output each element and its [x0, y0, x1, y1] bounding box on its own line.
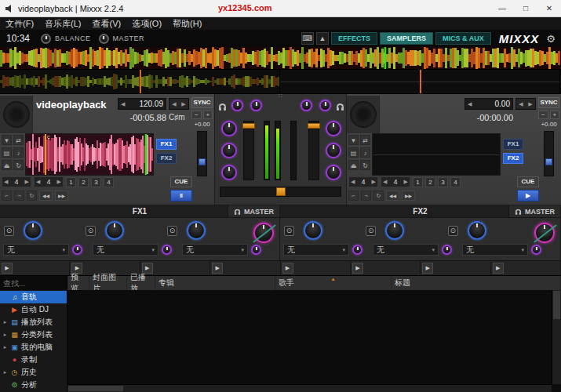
deck1-volume-handle[interactable]	[242, 123, 255, 129]
loop-halve-icon[interactable]: ◀	[4, 179, 8, 185]
expand-arrow-icon[interactable]: ▸	[2, 369, 8, 376]
reloop-button[interactable]: ↻	[373, 191, 384, 201]
sidebar-item-tracks[interactable]: ♫音轨	[0, 291, 67, 303]
deck1-cue-button[interactable]: CUE	[170, 176, 192, 187]
deck2-rate-up-button[interactable]: +	[550, 111, 560, 119]
beatjump-fwd-icon[interactable]: ▶	[57, 179, 61, 185]
deck2-seek-fwd-button[interactable]: ▶▶	[402, 191, 415, 201]
beatjump-fwd-icon[interactable]: ▶	[404, 179, 408, 185]
deck1-play-button[interactable]: ‖	[170, 190, 192, 201]
deck2-scrolling-waveform[interactable]	[280, 70, 560, 93]
deck1-rate-up-button[interactable]: +	[203, 111, 213, 119]
beatjump-back-icon[interactable]: ◀	[36, 179, 40, 185]
column-preview[interactable]: 预览	[67, 276, 89, 290]
fx1-slot2-power-button[interactable]: ⊙	[86, 226, 96, 236]
deck2-hotcue-4[interactable]: 4	[450, 177, 461, 187]
deck1-pitch-handle[interactable]	[199, 158, 206, 165]
fx1-slot3-effect-select[interactable]: 无 ▾	[182, 244, 248, 256]
deck2-hotcue-1[interactable]: 1	[413, 177, 423, 187]
menu-options[interactable]: 选项(O)	[126, 18, 167, 30]
deck1-spinny[interactable]	[3, 101, 30, 128]
eject-icon[interactable]: ⏏	[2, 160, 12, 170]
fx1-slot1-meta-knob[interactable]	[24, 221, 42, 240]
fx2-slot1-effect-select[interactable]: 无 ▾	[283, 244, 349, 256]
menu-library[interactable]: 音乐库(L)	[39, 18, 86, 30]
keylock-icon[interactable]: ♪	[360, 147, 370, 158]
column-cover[interactable]: 封面图片	[89, 276, 127, 290]
sampler5-play-button[interactable]: ▶	[282, 263, 293, 274]
column-title[interactable]: 标题	[392, 276, 561, 290]
fx2-slot3-effect-select[interactable]: 无 ▾	[462, 244, 528, 256]
sidebar-item-playlists[interactable]: ▸▤播放列表	[0, 316, 67, 328]
loop-halve-icon[interactable]: ◀	[351, 179, 355, 185]
beatjump-back-icon[interactable]: ◀	[383, 179, 387, 185]
loop-in-button[interactable]: ⌐	[2, 191, 12, 201]
deck1-bpm-display[interactable]: ◀ 120.09	[118, 98, 166, 110]
fx1-slot3-meta-knob[interactable]	[187, 221, 206, 240]
waveform-view-icon[interactable]: ▲	[316, 32, 329, 45]
sidebar-item-crates[interactable]: ▸▦分类列表	[0, 328, 67, 341]
deck2-rate-down-button[interactable]: −	[538, 111, 548, 119]
crossfader-handle[interactable]	[276, 187, 286, 196]
deck2-eq-high-knob[interactable]	[326, 121, 341, 136]
deck1-sync-button[interactable]: SYNC	[191, 97, 213, 108]
deck2-pitch-handle[interactable]	[545, 158, 552, 165]
sampler8-play-button[interactable]: ▶	[493, 263, 504, 274]
deck2-beatloop-size[interactable]: ◀ 4 ▶	[348, 176, 378, 187]
sidebar-item-analyze[interactable]: ⚙分析	[0, 379, 67, 391]
deck1-seek-back-button[interactable]: ◀◀	[39, 191, 53, 201]
deck2-fx2-assign-button[interactable]: FX2	[503, 153, 523, 164]
fx2-slot3-meta-knob[interactable]	[468, 221, 486, 240]
fx2-slot1-meta-knob[interactable]	[304, 221, 322, 240]
deck2-seek-back-button[interactable]: ◀◀	[386, 191, 399, 201]
sidebar-item-recordings[interactable]: ●录制	[0, 354, 67, 366]
deck2-hotcue-3[interactable]: 3	[438, 177, 448, 187]
overview-waveform-container[interactable]	[0, 47, 561, 70]
beatgrid-icon[interactable]: ▤	[348, 147, 359, 158]
horizontal-scrollbar[interactable]	[67, 384, 552, 392]
deck2-hotcue-2[interactable]: 2	[425, 177, 435, 187]
search-box[interactable]	[0, 276, 67, 290]
deck1-pfl-headphone-icon[interactable]	[219, 103, 226, 109]
mics-aux-toggle-button[interactable]: MICS & AUX	[435, 32, 491, 45]
keyboard-icon[interactable]: ⌨	[301, 32, 314, 45]
menu-view[interactable]: 查看(V)	[87, 18, 127, 30]
deck1-bpm-adjust[interactable]: ◀ ▶	[169, 98, 189, 110]
loop-double-icon[interactable]: ▶	[372, 179, 376, 185]
fx1-slot3-power-button[interactable]: ⊙	[167, 226, 177, 236]
deck2-beatjump-size[interactable]: ◀ 4 ▶	[381, 176, 410, 187]
repeat-icon[interactable]: ⇄	[360, 135, 370, 145]
deck2-volume-handle[interactable]	[308, 123, 320, 129]
expand-arrow-icon[interactable]: ▸	[2, 319, 8, 325]
sampler7-play-button[interactable]: ▶	[422, 263, 433, 274]
deck1-hotcue-1[interactable]: 1	[66, 177, 76, 187]
deck2-fx1-assign-button[interactable]: FX1	[503, 139, 523, 150]
sampler6-play-button[interactable]: ▶	[352, 263, 363, 274]
deck1-beatloop-size[interactable]: ◀ 4 ▶	[2, 176, 31, 187]
deck2-volume-fader[interactable]	[308, 121, 319, 180]
deck2-eq-low-knob[interactable]	[326, 165, 341, 180]
fx1-slot1-param-knob[interactable]	[72, 245, 82, 255]
balance-knob[interactable]	[41, 34, 51, 44]
reloop-button[interactable]: ↻	[27, 191, 37, 201]
slip-icon[interactable]: ▼	[348, 135, 359, 145]
loop-out-button[interactable]: ¬	[361, 191, 371, 201]
slip-icon[interactable]: ▼	[2, 135, 12, 145]
sampler1-play-button[interactable]: ▶	[2, 263, 13, 274]
quantize-icon[interactable]: ↻	[360, 160, 370, 170]
quantize-icon[interactable]: ↻	[13, 160, 24, 170]
master-gain-knob[interactable]	[99, 34, 109, 44]
fx2-mix-knob[interactable]	[534, 223, 555, 243]
repeat-icon[interactable]: ⇄	[13, 135, 24, 145]
fx1-slot1-power-button[interactable]: ⊙	[4, 226, 14, 236]
sidebar-item-history[interactable]: ▸◷历史	[0, 366, 67, 379]
deck1-rate-down-button[interactable]: −	[191, 111, 202, 119]
deck2-eq-mid-knob[interactable]	[326, 143, 341, 158]
vertical-scrollbar-thumb[interactable]	[553, 291, 560, 319]
fx2-slot1-param-knob[interactable]	[352, 245, 362, 255]
deck1-hotcue-3[interactable]: 3	[91, 177, 101, 187]
deck1-hotcue-4[interactable]: 4	[104, 177, 114, 187]
sidebar-item-autodj[interactable]: ▶自动 DJ	[0, 303, 67, 316]
fx1-slot2-meta-knob[interactable]	[105, 221, 124, 240]
keylock-icon[interactable]: ♪	[13, 147, 24, 158]
